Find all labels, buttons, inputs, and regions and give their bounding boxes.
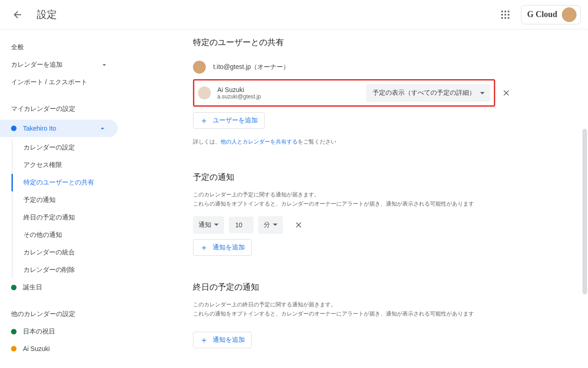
user-avatar: [562, 7, 577, 22]
shared-user-avatar: [198, 86, 211, 99]
calendar-color-dot: [11, 285, 17, 290]
dropdown-arrow-icon: [480, 92, 485, 94]
desc-line: これらの通知をオプトインすると、カレンダーのオーナーにアラートが届き、通知が表示…: [193, 309, 514, 318]
calendar-color-dot: [11, 346, 17, 351]
section-description: このカレンダー上の終日の予定に関する通知が届きます。 これらの通知をオプトインす…: [193, 300, 514, 319]
plus-icon: ＋: [200, 336, 208, 344]
calendar-name: 日本の祝日: [23, 328, 55, 336]
add-notification-button[interactable]: ＋ 通知を追加: [193, 239, 252, 256]
brand-label: G Cloud: [527, 10, 557, 19]
other-calendars-heading: 他のカレンダーの設定: [0, 305, 119, 323]
desc-line: このカレンダー上の終日の予定に関する通知が届きます。: [193, 300, 514, 309]
sidebar-calendar-japan-holidays[interactable]: 日本の祝日: [0, 323, 119, 340]
sidebar-item-general[interactable]: 全般: [0, 39, 119, 56]
sub-item-event-notifications[interactable]: 予定の通知: [12, 191, 119, 209]
add-notification-label: 通知を追加: [213, 336, 245, 344]
svg-point-8: [508, 17, 509, 19]
sidebar-calendar-takehiro[interactable]: Takehiro Ito: [0, 120, 118, 137]
sidebar-item-add-calendar[interactable]: カレンダーを追加: [0, 56, 119, 74]
chevron-down-icon: [100, 61, 108, 69]
close-icon: [294, 220, 303, 230]
calendar-sub-items: カレンダーの設定 アクセス権限 特定のユーザーとの共有 予定の通知 終日の予定の…: [12, 139, 119, 279]
notification-row: 通知 10 分: [193, 216, 514, 234]
help-suffix: をご覧ください: [298, 138, 336, 145]
svg-point-2: [508, 11, 509, 12]
sub-item-share-specific-users[interactable]: 特定のユーザーとの共有: [11, 174, 119, 191]
permission-label: 予定の表示（すべての予定の詳細）: [373, 89, 475, 97]
svg-point-0: [501, 11, 503, 12]
sidebar-calendar-ai-suzuki[interactable]: Ai Suzuki: [0, 340, 119, 357]
sidebar-calendar-birthdays[interactable]: 誕生日: [0, 279, 119, 296]
desc-line: このカレンダー上の予定に関する通知が届きます。: [193, 190, 514, 199]
calendar-color-dot: [11, 126, 17, 131]
sidebar-item-import-export[interactable]: インポート / エクスポート: [0, 74, 119, 91]
shared-user-name: Ai Suzuki: [217, 86, 360, 93]
notification-unit-dropdown[interactable]: 分: [258, 216, 283, 234]
dropdown-arrow-icon: [273, 224, 277, 226]
share-section: 特定のユーザーとの共有 t.ito@gtest.jp（オーナー） Ai Suzu…: [193, 37, 514, 146]
notif-type-label: 通知: [198, 221, 211, 229]
settings-content: 特定のユーザーとの共有 t.ito@gtest.jp（オーナー） Ai Suzu…: [119, 29, 533, 368]
shared-user-email: a.suzuki@gtest.jp: [217, 93, 360, 100]
section-description: このカレンダー上の予定に関する通知が届きます。 これらの通知をオプトインすると、…: [193, 190, 514, 209]
sub-item-allday-notifications[interactable]: 終日の予定の通知: [12, 209, 119, 226]
scrollbar-thumb[interactable]: [582, 129, 587, 294]
share-help-link[interactable]: 他の人とカレンダーを共有する: [220, 138, 298, 145]
add-user-label: ユーザーを追加: [213, 116, 258, 125]
back-button[interactable]: [7, 5, 28, 25]
add-notification-label: 通知を追加: [213, 243, 245, 252]
notif-unit-label: 分: [264, 221, 270, 229]
svg-point-3: [501, 14, 503, 16]
header-right: G Cloud: [495, 5, 581, 25]
share-help-text: 詳しくは、他の人とカレンダーを共有するをご覧ください: [193, 138, 514, 146]
header-left: 設定: [7, 5, 57, 25]
my-calendars-heading: マイカレンダーの設定: [0, 100, 119, 118]
sub-item-calendar-settings[interactable]: カレンダーの設定: [12, 139, 119, 156]
allday-notifications-section: 終日の予定の通知 このカレンダー上の終日の予定に関する通知が届きます。 これらの…: [193, 282, 514, 348]
help-prefix: 詳しくは、: [193, 138, 220, 145]
section-heading: 終日の予定の通知: [193, 282, 514, 293]
shared-user-info: Ai Suzuki a.suzuki@gtest.jp: [217, 86, 360, 100]
remove-notification-button[interactable]: [290, 217, 307, 233]
calendar-name: Ai Suzuki: [23, 345, 50, 352]
svg-point-4: [504, 14, 506, 16]
apps-grid-icon: [501, 10, 510, 19]
owner-email: t.ito@gtest.jp（オーナー）: [213, 63, 289, 71]
section-heading: 予定の通知: [193, 172, 514, 183]
plus-icon: ＋: [200, 116, 208, 125]
section-heading: 特定のユーザーとの共有: [193, 37, 514, 48]
event-notifications-section: 予定の通知 このカレンダー上の予定に関する通知が届きます。 これらの通知をオプト…: [193, 172, 514, 256]
sidebar-item-label: カレンダーを追加: [11, 61, 62, 69]
sub-item-access-permissions[interactable]: アクセス権限: [12, 156, 119, 174]
shared-user-row-highlighted: Ai Suzuki a.suzuki@gtest.jp 予定の表示（すべての予定…: [193, 79, 495, 107]
close-icon: [502, 88, 511, 98]
calendar-name: 誕生日: [23, 283, 42, 292]
add-notification-button[interactable]: ＋ 通知を追加: [193, 332, 252, 348]
svg-point-1: [504, 11, 506, 12]
settings-sidebar: 全般 カレンダーを追加 インポート / エクスポート マイカレンダーの設定 Ta…: [0, 29, 119, 368]
svg-point-6: [501, 17, 503, 19]
desc-line: これらの通知をオプトインすると、カレンダーのオーナーにアラートが届き、通知が表示…: [193, 199, 514, 208]
notification-value-input[interactable]: 10: [229, 217, 254, 233]
owner-avatar: [193, 61, 206, 74]
notification-type-dropdown[interactable]: 通知: [193, 216, 224, 234]
permission-dropdown[interactable]: 予定の表示（すべての予定の詳細）: [366, 84, 490, 102]
sub-item-integrate-calendar[interactable]: カレンダーの統合: [12, 244, 119, 261]
svg-point-7: [504, 17, 506, 19]
page-title: 設定: [37, 8, 57, 22]
plus-icon: ＋: [200, 243, 208, 252]
add-user-button[interactable]: ＋ ユーザーを追加: [193, 112, 265, 129]
arrow-back-icon: [12, 9, 23, 20]
sub-item-remove-calendar[interactable]: カレンダーの削除: [12, 261, 119, 279]
calendar-name: Takehiro Ito: [23, 125, 56, 132]
svg-point-5: [508, 14, 509, 16]
app-header: 設定 G Cloud: [0, 0, 588, 29]
scrollbar[interactable]: [582, 129, 587, 294]
calendar-color-dot: [11, 329, 17, 334]
owner-row: t.ito@gtest.jp（オーナー）: [193, 55, 514, 79]
sub-item-other-notifications[interactable]: その他の通知: [12, 226, 119, 244]
remove-user-button[interactable]: [498, 85, 514, 101]
apps-launcher-button[interactable]: [495, 5, 515, 25]
dropdown-arrow-icon: [214, 224, 219, 226]
account-chip[interactable]: G Cloud: [521, 5, 581, 24]
